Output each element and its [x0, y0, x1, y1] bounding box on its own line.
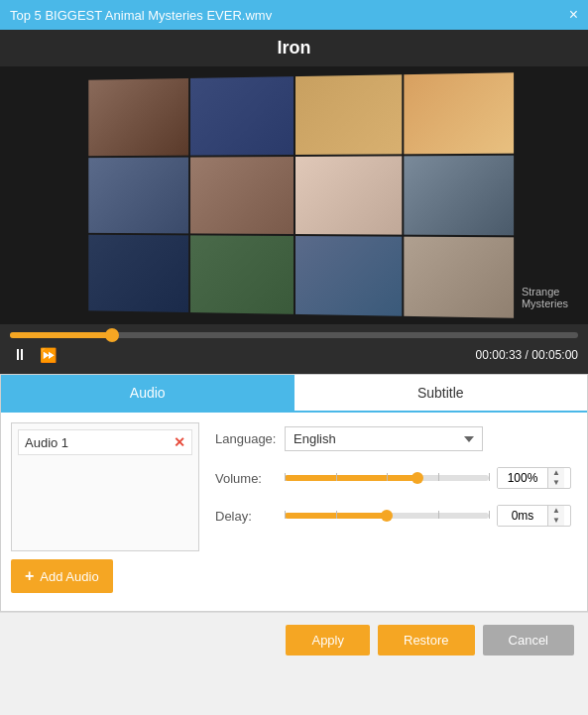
progress-track[interactable] — [10, 332, 578, 338]
panel: Audio Subtitle Audio 1 ✕ + Add Audio Lan… — [0, 374, 588, 612]
current-time: 00:00:33 — [476, 348, 523, 362]
volume-row: Volume: — [215, 467, 571, 489]
delay-slider-thumb[interactable] — [381, 510, 393, 522]
volume-slider-fill — [285, 475, 417, 481]
video-mosaic — [88, 72, 514, 318]
mosaic-cell — [294, 236, 401, 316]
footer: Apply Restore Cancel — [0, 612, 588, 667]
language-select[interactable]: English Spanish French German Japanese C… — [285, 426, 483, 451]
language-label: Language: — [215, 431, 285, 446]
video-area: StrangeMysteries — [0, 66, 588, 324]
controls-left: ⏸ ⏩ — [10, 344, 59, 366]
window-title: Top 5 BIGGEST Animal Mysteries EVER.wmv — [10, 8, 272, 23]
forward-button[interactable]: ⏩ — [38, 345, 59, 365]
panel-content: Audio 1 ✕ + Add Audio Language: English … — [1, 413, 587, 611]
audio-item-name: Audio 1 — [25, 435, 68, 450]
remove-audio-button[interactable]: ✕ — [174, 434, 185, 450]
close-button[interactable]: × — [569, 7, 578, 23]
delay-down-button[interactable]: ▼ — [548, 516, 564, 526]
mosaic-cell — [88, 235, 188, 312]
spinbox-arrows: ▲ ▼ — [547, 468, 564, 488]
time-display: 00:00:33 / 00:05:00 — [476, 348, 578, 362]
delay-spinbox: 0ms ▲ ▼ — [497, 505, 571, 527]
list-item: Audio 1 ✕ — [18, 429, 192, 455]
volume-down-button[interactable]: ▼ — [548, 478, 564, 488]
mosaic-cell — [404, 72, 514, 154]
mosaic-cell — [404, 237, 514, 318]
title-bar: Top 5 BIGGEST Animal Mysteries EVER.wmv … — [0, 0, 588, 30]
add-audio-label: Add Audio — [40, 569, 98, 584]
cancel-button[interactable]: Cancel — [483, 625, 574, 655]
mosaic-cell — [88, 78, 188, 156]
progress-area — [0, 324, 588, 340]
restore-button[interactable]: Restore — [378, 625, 475, 655]
tab-subtitle[interactable]: Subtitle — [294, 375, 588, 411]
volume-label: Volume: — [215, 471, 285, 486]
progress-fill — [10, 332, 112, 338]
delay-input[interactable]: 0ms — [498, 506, 547, 526]
pause-icon: ⏸ — [12, 346, 28, 364]
apply-button[interactable]: Apply — [286, 625, 370, 655]
forward-icon: ⏩ — [40, 347, 57, 363]
mosaic-cell — [190, 236, 294, 314]
mosaic-cell — [294, 156, 401, 235]
language-row: Language: English Spanish French German … — [215, 426, 571, 451]
tab-row: Audio Subtitle — [1, 375, 587, 413]
delay-spinbox-arrows: ▲ ▼ — [547, 506, 564, 526]
audio-list-section: Audio 1 ✕ + Add Audio — [11, 422, 199, 601]
volume-slider-track[interactable] — [285, 475, 489, 481]
mosaic-cell — [88, 157, 188, 233]
audio-settings: Language: English Spanish French German … — [209, 422, 577, 601]
mosaic-cell — [190, 76, 294, 155]
watermark: StrangeMysteries — [522, 286, 568, 309]
volume-spinbox: 100% ▲ ▼ — [497, 467, 571, 489]
delay-up-button[interactable]: ▲ — [548, 506, 564, 516]
mosaic-cell — [190, 157, 294, 235]
delay-slider-track[interactable] — [285, 513, 489, 519]
delay-row: Delay: 0ms — [215, 505, 571, 527]
audio-list: Audio 1 ✕ — [11, 422, 199, 551]
volume-slider-thumb[interactable] — [412, 472, 423, 484]
controls-bar: ⏸ ⏩ 00:00:33 / 00:05:00 — [0, 340, 588, 374]
delay-control: 0ms ▲ ▼ — [285, 505, 571, 527]
volume-control: 100% ▲ ▼ — [285, 467, 571, 489]
delay-slider-fill — [285, 513, 387, 519]
total-time: 00:05:00 — [531, 348, 578, 362]
plus-icon: + — [25, 567, 34, 585]
tab-audio[interactable]: Audio — [1, 375, 294, 411]
delay-label: Delay: — [215, 509, 285, 524]
language-control: English Spanish French German Japanese C… — [285, 426, 571, 451]
pause-button[interactable]: ⏸ — [10, 344, 30, 366]
mosaic-cell — [404, 155, 514, 235]
volume-up-button[interactable]: ▲ — [548, 468, 564, 478]
mosaic-cell — [294, 74, 401, 155]
volume-input[interactable]: 100% — [498, 468, 547, 488]
effect-label: Iron — [0, 30, 588, 66]
add-audio-button[interactable]: + Add Audio — [11, 559, 113, 593]
